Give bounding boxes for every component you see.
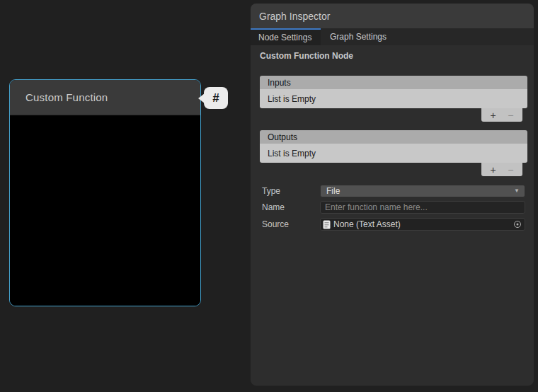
inspector-tab-bar: Node Settings Graph Settings: [251, 28, 534, 45]
tab-node-settings-label: Node Settings: [258, 33, 311, 42]
node-settings-heading: Custom Function Node: [260, 51, 353, 61]
source-label: Source: [262, 219, 320, 229]
custom-function-node[interactable]: Custom Function: [9, 79, 201, 306]
inputs-list-footer: + −: [481, 108, 522, 122]
hash-badge-button[interactable]: #: [204, 87, 228, 109]
node-preview: [10, 116, 200, 306]
inputs-list: Inputs List is Empty + −: [260, 76, 527, 122]
tab-graph-settings-label: Graph Settings: [330, 32, 387, 42]
object-picker-button[interactable]: [510, 219, 525, 230]
inputs-list-empty-row: List is Empty: [260, 89, 527, 108]
tab-graph-settings[interactable]: Graph Settings: [321, 28, 396, 45]
type-dropdown-value: File: [326, 186, 340, 196]
panel-title: Graph Inspector: [259, 11, 330, 22]
inputs-add-button[interactable]: +: [488, 110, 499, 120]
node-header: Custom Function: [10, 80, 200, 115]
inputs-list-title: Inputs: [268, 78, 291, 88]
hash-icon: #: [212, 91, 219, 105]
outputs-empty-label: List is Empty: [268, 149, 316, 158]
outputs-remove-button[interactable]: −: [505, 165, 516, 175]
node-title: Custom Function: [25, 91, 108, 103]
type-dropdown[interactable]: File ▼: [320, 185, 525, 197]
inputs-remove-button[interactable]: −: [505, 110, 516, 120]
outputs-list-header: Outputs: [260, 130, 527, 144]
outputs-list-footer: + −: [481, 163, 522, 176]
inputs-list-header: Inputs: [260, 76, 527, 89]
source-row: Source None (Text Asset): [262, 218, 525, 231]
source-object-field[interactable]: None (Text Asset): [320, 218, 525, 231]
tab-node-settings[interactable]: Node Settings: [251, 28, 321, 45]
chevron-down-icon: ▼: [514, 188, 520, 194]
type-label: Type: [262, 186, 320, 196]
outputs-list-title: Outputs: [268, 132, 297, 142]
outputs-list-empty-row: List is Empty: [260, 144, 527, 163]
graph-inspector-panel: Graph Inspector Node Settings Graph Sett…: [251, 4, 534, 386]
panel-title-bar[interactable]: Graph Inspector: [251, 4, 534, 28]
outputs-list: Outputs List is Empty + −: [260, 130, 527, 176]
inputs-empty-label: List is Empty: [268, 94, 316, 104]
object-picker-icon: [514, 221, 521, 228]
graph-canvas[interactable]: Custom Function # Graph Inspector Node S…: [0, 0, 538, 392]
function-name-input[interactable]: [320, 201, 525, 214]
name-label: Name: [262, 202, 320, 212]
outputs-add-button[interactable]: +: [488, 165, 499, 175]
text-asset-icon: [323, 220, 331, 229]
name-row: Name: [262, 201, 525, 214]
type-row: Type File ▼: [262, 185, 525, 197]
source-object-value: None (Text Asset): [333, 219, 510, 229]
